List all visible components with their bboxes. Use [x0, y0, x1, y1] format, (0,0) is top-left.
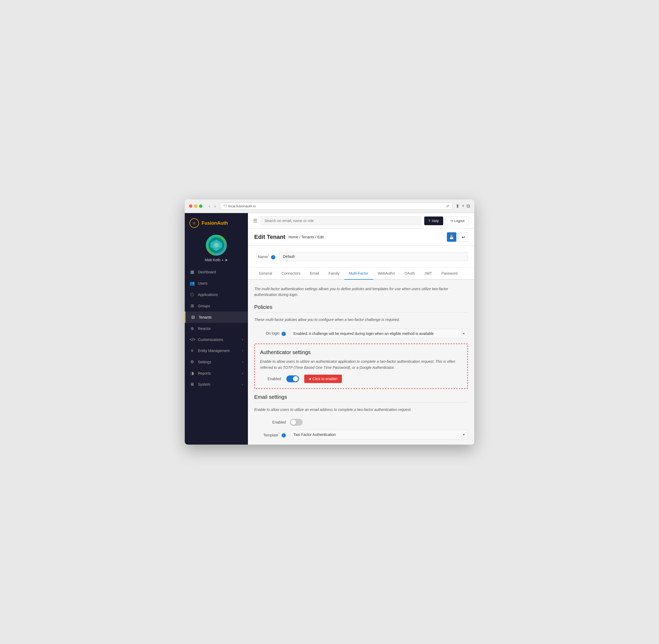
- menu-icon[interactable]: ☰: [253, 218, 257, 224]
- shield-icon: 🛡: [223, 204, 227, 208]
- tab-multi-factor[interactable]: Multi-Factor: [344, 268, 373, 280]
- authenticator-toggle-slider[interactable]: [286, 375, 299, 382]
- name-section: Name* i: [248, 246, 474, 268]
- page-header: Edit Tenant Home / Tenants / Edit 💾 ↩: [248, 229, 474, 246]
- tab-email[interactable]: Email: [305, 268, 324, 280]
- logo-icon: ⊙: [189, 218, 199, 228]
- sidebar-item-system[interactable]: 🖥 System ‹: [185, 379, 248, 390]
- chevron-icon: ‹: [242, 338, 243, 342]
- sidebar-item-label: Dashboard: [198, 270, 216, 274]
- help-button[interactable]: ? Help: [424, 216, 443, 225]
- template-select-wrapper: Two Factor Authentication: [290, 430, 468, 439]
- on-login-select[interactable]: Enabled. A challenge will be required du…: [290, 329, 468, 338]
- on-login-info-icon[interactable]: i: [281, 332, 286, 336]
- browser-window: ‹ › 🛡 local.fusionauth.io ↺ ⬆ + ⧉ ⊙ Fusi…: [185, 200, 474, 444]
- save-button[interactable]: 💾: [447, 232, 456, 242]
- sidebar-item-tenants[interactable]: ⊟ Tenants: [185, 312, 248, 323]
- email-toggle[interactable]: [290, 419, 303, 426]
- chevron-icon: ‹: [242, 383, 243, 386]
- click-to-enable-label: Click to enable!: [312, 377, 338, 381]
- address-bar[interactable]: 🛡 local.fusionauth.io ↺: [220, 203, 453, 210]
- form-content: The multi-factor authentication settings…: [248, 280, 474, 444]
- save-icon: 💾: [449, 235, 454, 240]
- breadcrumb-section[interactable]: Tenants: [301, 235, 314, 239]
- dashboard-icon: ▦: [189, 269, 195, 274]
- breadcrumb-home[interactable]: Home: [289, 235, 298, 239]
- tab-family[interactable]: Family: [324, 268, 344, 280]
- back-button[interactable]: ‹: [208, 203, 211, 209]
- email-settings-title: Email settings: [254, 394, 468, 400]
- cancel-button[interactable]: ↩: [458, 232, 468, 242]
- sidebar-item-label: Applications: [198, 293, 218, 297]
- tabs-container: General Connectors Email Family Multi-Fa…: [248, 268, 474, 280]
- reactor-icon: ⊛: [189, 326, 195, 331]
- avatar: [206, 235, 227, 256]
- sidebar-item-groups[interactable]: ⊞ Groups: [185, 300, 248, 312]
- tab-connectors[interactable]: Connectors: [277, 268, 305, 280]
- tab-general[interactable]: General: [254, 268, 277, 280]
- logout-button[interactable]: ↪ Logout: [446, 216, 469, 225]
- sidebar-item-label: Reports: [198, 371, 211, 375]
- sidebar-item-reports[interactable]: ◑ Reports ‹: [185, 368, 248, 379]
- reload-icon[interactable]: ↺: [446, 204, 449, 208]
- template-label: Template* i: [254, 432, 286, 437]
- entity-management-icon: ≡: [189, 348, 195, 353]
- sidebar-item-customizations[interactable]: </> Customizations ‹: [185, 334, 248, 345]
- search-input[interactable]: [260, 216, 421, 225]
- sidebar-item-entity-management[interactable]: ≡ Entity Management ‹: [185, 345, 248, 356]
- policies-title: Policies: [254, 304, 468, 310]
- close-button[interactable]: [189, 204, 192, 208]
- tab-password[interactable]: Password: [437, 268, 462, 280]
- sidebar-item-applications[interactable]: ⬡ Applications: [185, 289, 248, 300]
- new-tab-icon[interactable]: +: [462, 203, 464, 209]
- authenticator-settings-box: Authenticator settings Enable to allow u…: [254, 344, 468, 389]
- breadcrumb-sep2: /: [315, 235, 317, 239]
- sidebar-item-label: System: [198, 382, 210, 387]
- template-info-icon[interactable]: i: [281, 433, 286, 437]
- name-input[interactable]: [279, 252, 468, 261]
- page-actions: 💾 ↩: [447, 232, 468, 242]
- sidebar-item-settings[interactable]: ⚙ Settings ‹: [185, 356, 248, 368]
- tab-webauthn[interactable]: WebAuthn: [373, 268, 400, 280]
- sidebar-avatar: Matt Keib ▪ ➤: [185, 230, 248, 266]
- tab-oauth[interactable]: OAuth: [400, 268, 420, 280]
- policies-section: Policies These multi-factor policies all…: [254, 304, 468, 338]
- name-info-icon[interactable]: i: [271, 255, 275, 259]
- breadcrumb: Home / Tenants / Edit: [289, 235, 324, 239]
- tabs: General Connectors Email Family Multi-Fa…: [254, 268, 468, 279]
- tabs-icon[interactable]: ⧉: [467, 203, 470, 209]
- breadcrumb-sep: /: [299, 235, 301, 239]
- email-enabled-row: Enabled: [254, 419, 468, 426]
- email-enabled-label: Enabled: [254, 420, 286, 424]
- user-location-icon: ➤: [225, 258, 228, 262]
- minimize-button[interactable]: [194, 204, 197, 208]
- chevron-icon: ‹: [242, 371, 243, 375]
- email-settings-description: Enable to allow users to utilize an emai…: [254, 407, 468, 413]
- logo-text-plain: Fusion: [202, 221, 217, 226]
- policies-description: These multi-factor policies allow you to…: [254, 317, 468, 323]
- email-toggle-slider[interactable]: [290, 419, 303, 426]
- top-bar: ☰ ? Help ↪ Logout: [248, 213, 474, 229]
- tab-jwt[interactable]: JWT: [419, 268, 437, 280]
- user-card-icon: ▪: [222, 258, 223, 262]
- sidebar-item-label: Entity Management: [198, 349, 230, 353]
- maximize-button[interactable]: [199, 204, 202, 208]
- sidebar-nav: ▦ Dashboard 👥 Users ⬡ Applications ⊞ Gro…: [185, 266, 248, 444]
- authenticator-toggle[interactable]: [286, 375, 299, 382]
- undo-icon: ↩: [462, 235, 465, 240]
- click-to-enable-button[interactable]: Click to enable!: [304, 375, 342, 383]
- chevron-icon: ‹: [242, 349, 243, 352]
- template-select[interactable]: Two Factor Authentication: [290, 430, 468, 439]
- page-title-area: Edit Tenant Home / Tenants / Edit: [254, 234, 324, 240]
- sidebar-item-label: Tenants: [199, 315, 211, 319]
- on-login-select-wrapper: Enabled. A challenge will be required du…: [290, 329, 468, 338]
- sidebar-item-users[interactable]: 👥 Users: [185, 278, 248, 289]
- sidebar-item-dashboard[interactable]: ▦ Dashboard: [185, 266, 248, 278]
- sidebar-item-reactor[interactable]: ⊛ Reactor: [185, 323, 248, 334]
- policies-divider: [254, 312, 468, 313]
- forward-button[interactable]: ›: [213, 203, 217, 209]
- sidebar-item-label: Settings: [198, 360, 211, 364]
- browser-actions: ⬆ + ⧉: [456, 203, 470, 209]
- name-row: Name* i: [254, 250, 468, 263]
- share-icon[interactable]: ⬆: [456, 203, 459, 209]
